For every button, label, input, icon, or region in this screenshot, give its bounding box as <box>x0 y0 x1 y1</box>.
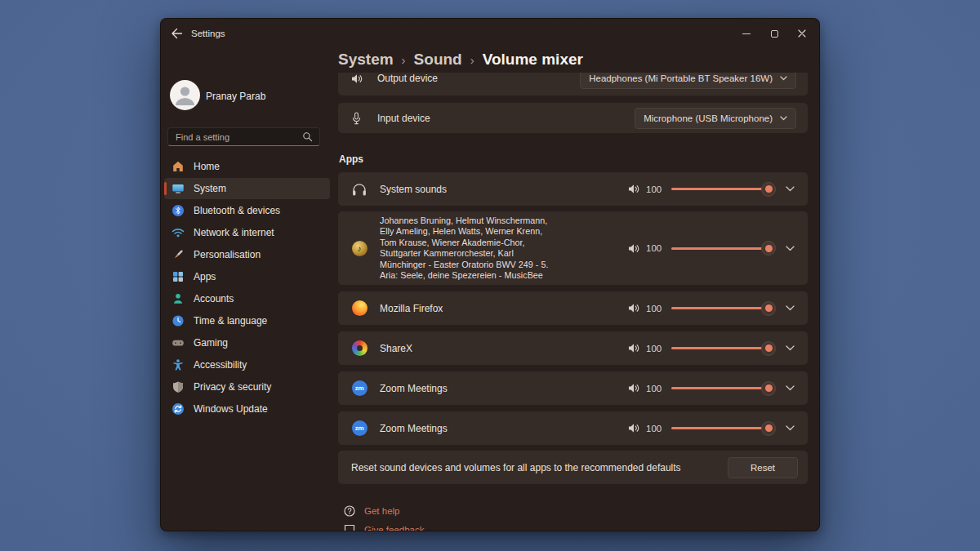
apps-grid-icon <box>172 270 185 283</box>
slider-track <box>671 247 774 250</box>
mute-toggle-icon[interactable] <box>628 243 640 254</box>
maximize-icon <box>771 30 778 38</box>
volume-value: 100 <box>646 304 666 313</box>
breadcrumb-system[interactable]: System <box>338 51 394 69</box>
app-volume-row-sharex: ShareX 100 <box>338 331 808 365</box>
page-title: Volume mixer <box>483 51 583 69</box>
expand-chevron-icon[interactable] <box>784 183 796 195</box>
mute-toggle-icon[interactable] <box>628 184 640 194</box>
sidebar-item-home[interactable]: Home <box>164 156 330 177</box>
expand-chevron-icon[interactable] <box>784 242 796 255</box>
get-help-link[interactable]: Get help <box>343 504 399 518</box>
breadcrumb-sound[interactable]: Sound <box>414 51 462 69</box>
sidebar-item-bluetooth-devices[interactable]: Bluetooth & devices <box>164 200 330 221</box>
volume-value: 100 <box>646 184 666 194</box>
settings-window: Settings Pranay Parab <box>160 18 820 531</box>
shield-icon <box>172 380 185 393</box>
sidebar: Pranay Parab Home System Bluetooth & dev… <box>161 48 335 531</box>
slider-thumb[interactable] <box>761 241 776 256</box>
sidebar-item-gaming[interactable]: Gaming <box>164 332 330 353</box>
sidebar-item-accounts[interactable]: Accounts <box>164 288 330 309</box>
slider-track <box>671 307 774 309</box>
feedback-icon <box>343 523 356 531</box>
profile-name: Pranay Parab <box>206 91 265 102</box>
minimize-icon <box>742 33 751 34</box>
back-button[interactable] <box>167 24 186 43</box>
slider-thumb[interactable] <box>761 381 776 396</box>
app-volume-row-system-sounds: System sounds 100 <box>338 172 808 206</box>
app-name: System sounds <box>380 184 447 195</box>
expand-chevron-icon[interactable] <box>784 342 796 354</box>
input-device-label: Input device <box>377 113 430 124</box>
mute-toggle-icon[interactable] <box>628 423 640 433</box>
maximize-button[interactable] <box>760 20 788 47</box>
volume-slider[interactable] <box>671 341 774 356</box>
output-device-row: Output device Headphones (Mi Portable BT… <box>338 73 808 96</box>
wifi-icon <box>172 226 185 239</box>
sidebar-item-personalisation[interactable]: Personalisation <box>164 244 330 265</box>
avatar <box>170 80 200 110</box>
mute-toggle-icon[interactable] <box>628 303 640 313</box>
headphones-icon <box>351 181 368 198</box>
reset-button[interactable]: Reset <box>728 457 798 478</box>
clock-icon <box>172 314 185 327</box>
volume-value: 100 <box>646 344 666 353</box>
expand-chevron-icon[interactable] <box>784 382 796 394</box>
app-name: Johannes Bruning, Helmut Winschermann, E… <box>380 216 556 282</box>
slider-thumb[interactable] <box>761 421 776 436</box>
slider-thumb[interactable] <box>761 182 776 197</box>
gamepad-icon <box>172 336 185 349</box>
volume-slider[interactable] <box>671 182 774 197</box>
sidebar-item-apps[interactable]: Apps <box>164 266 330 287</box>
sidebar-item-privacy-security[interactable]: Privacy & security <box>164 376 330 398</box>
sidebar-nav: Home System Bluetooth & devices Network … <box>164 156 330 420</box>
reset-description: Reset sound devices and volumes for all … <box>351 462 681 473</box>
volume-slider[interactable] <box>671 381 774 396</box>
zoom-icon: zm <box>351 380 368 397</box>
mute-toggle-icon[interactable] <box>628 343 640 353</box>
microphone-icon <box>351 112 364 125</box>
expand-chevron-icon[interactable] <box>784 302 796 314</box>
update-icon <box>172 402 185 415</box>
volume-slider[interactable] <box>671 301 774 316</box>
slider-track <box>671 387 774 389</box>
slider-track <box>671 347 774 349</box>
volume-slider[interactable] <box>671 421 774 436</box>
active-indicator <box>164 182 167 195</box>
volume-value: 100 <box>646 384 666 393</box>
sharex-icon <box>351 340 368 357</box>
app-name: Zoom Meetings <box>380 383 448 394</box>
sidebar-item-system[interactable]: System <box>164 178 330 199</box>
speaker-icon <box>351 73 364 84</box>
input-device-row: Input device Microphone (USB Microphone) <box>338 103 808 133</box>
chevron-down-icon <box>780 76 787 81</box>
search-input[interactable] <box>168 132 302 142</box>
minimize-button[interactable] <box>733 20 760 47</box>
sidebar-item-time-language[interactable]: Time & language <box>164 310 330 331</box>
accessibility-icon <box>172 358 185 371</box>
app-name: Mozilla Firefox <box>380 303 443 314</box>
expand-chevron-icon[interactable] <box>784 422 796 434</box>
breadcrumb-separator: › <box>402 52 406 67</box>
help-icon <box>343 504 356 518</box>
home-icon <box>172 160 185 173</box>
input-device-select[interactable]: Microphone (USB Microphone) <box>635 108 796 129</box>
sidebar-item-accessibility[interactable]: Accessibility <box>164 354 330 375</box>
close-button[interactable] <box>788 20 816 47</box>
breadcrumb: System › Sound › Volume mixer <box>338 51 583 69</box>
slider-thumb[interactable] <box>761 341 776 356</box>
accounts-person-icon <box>172 292 185 305</box>
brush-icon <box>172 248 185 261</box>
musicbee-icon: ♪ <box>351 240 368 256</box>
give-feedback-link[interactable]: Give feedback <box>343 522 425 531</box>
output-device-label: Output device <box>377 73 438 84</box>
back-arrow-icon <box>171 28 183 39</box>
app-name: Zoom Meetings <box>380 423 448 434</box>
person-icon <box>170 80 200 110</box>
mute-toggle-icon[interactable] <box>628 383 640 393</box>
sidebar-item-windows-update[interactable]: Windows Update <box>164 398 330 420</box>
slider-thumb[interactable] <box>761 301 776 316</box>
sidebar-item-network-internet[interactable]: Network & internet <box>164 222 330 243</box>
volume-slider[interactable] <box>671 241 774 256</box>
output-device-select[interactable]: Headphones (Mi Portable BT Speaker 16W) <box>580 73 796 89</box>
